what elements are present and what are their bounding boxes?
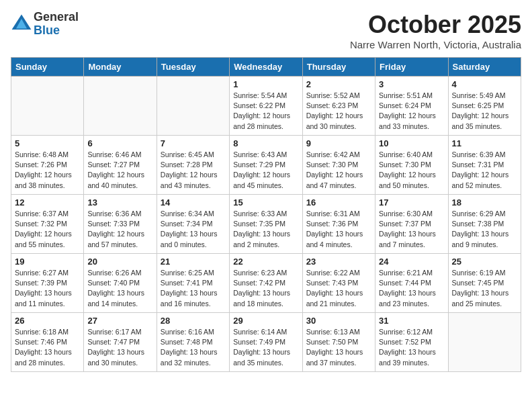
day-info: Sunrise: 6:37 AM Sunset: 7:32 PM Dayligh…: [15, 209, 80, 250]
day-info: Sunrise: 6:27 AM Sunset: 7:39 PM Dayligh…: [15, 268, 80, 309]
day-number: 26: [15, 316, 80, 326]
logo-general: General: [34, 11, 79, 24]
calendar-cell: 8Sunrise: 6:43 AM Sunset: 7:29 PM Daylig…: [230, 136, 302, 195]
day-number: 31: [379, 316, 444, 326]
calendar-cell: 7Sunrise: 6:45 AM Sunset: 7:28 PM Daylig…: [157, 136, 229, 195]
day-info: Sunrise: 5:49 AM Sunset: 6:25 PM Dayligh…: [452, 91, 517, 132]
day-number: 20: [87, 257, 152, 267]
calendar-cell: 2Sunrise: 5:52 AM Sunset: 6:23 PM Daylig…: [302, 77, 375, 136]
day-info: Sunrise: 6:22 AM Sunset: 7:43 PM Dayligh…: [306, 268, 371, 309]
calendar-week-row: 5Sunrise: 6:48 AM Sunset: 7:26 PM Daylig…: [11, 136, 521, 195]
calendar-cell: 28Sunrise: 6:16 AM Sunset: 7:48 PM Dayli…: [157, 313, 229, 372]
day-number: 1: [233, 79, 298, 89]
weekday-header: Saturday: [448, 58, 521, 77]
calendar-cell: 10Sunrise: 6:40 AM Sunset: 7:30 PM Dayli…: [375, 136, 448, 195]
calendar-cell: 23Sunrise: 6:22 AM Sunset: 7:43 PM Dayli…: [302, 254, 375, 313]
weekday-header: Friday: [375, 58, 448, 77]
day-number: 21: [161, 257, 226, 267]
day-info: Sunrise: 6:30 AM Sunset: 7:37 PM Dayligh…: [379, 209, 444, 250]
day-number: 22: [233, 257, 298, 267]
calendar-cell: 3Sunrise: 5:51 AM Sunset: 6:24 PM Daylig…: [375, 77, 448, 136]
day-number: 5: [15, 138, 80, 148]
day-info: Sunrise: 6:18 AM Sunset: 7:46 PM Dayligh…: [15, 327, 80, 368]
weekday-header: Sunday: [11, 58, 84, 77]
month-title: October 2025: [350, 11, 521, 39]
calendar-cell: 19Sunrise: 6:27 AM Sunset: 7:39 PM Dayli…: [11, 254, 84, 313]
calendar-week-row: 1Sunrise: 5:54 AM Sunset: 6:22 PM Daylig…: [11, 77, 521, 136]
logo: General Blue: [11, 11, 79, 38]
calendar-cell: 9Sunrise: 6:42 AM Sunset: 7:30 PM Daylig…: [302, 136, 375, 195]
day-info: Sunrise: 6:34 AM Sunset: 7:34 PM Dayligh…: [161, 209, 226, 250]
calendar-cell: 11Sunrise: 6:39 AM Sunset: 7:31 PM Dayli…: [448, 136, 521, 195]
day-info: Sunrise: 6:12 AM Sunset: 7:52 PM Dayligh…: [379, 327, 444, 368]
calendar-week-row: 26Sunrise: 6:18 AM Sunset: 7:46 PM Dayli…: [11, 313, 521, 372]
weekday-header: Tuesday: [157, 58, 229, 77]
day-number: 7: [161, 138, 226, 148]
calendar-cell: 5Sunrise: 6:48 AM Sunset: 7:26 PM Daylig…: [11, 136, 84, 195]
calendar-cell: [448, 313, 521, 372]
day-number: 18: [452, 197, 517, 208]
day-number: 10: [379, 138, 444, 148]
logo-blue: Blue: [34, 24, 79, 38]
day-info: Sunrise: 6:17 AM Sunset: 7:47 PM Dayligh…: [87, 327, 152, 368]
calendar-cell: 17Sunrise: 6:30 AM Sunset: 7:37 PM Dayli…: [375, 195, 448, 254]
calendar-cell: 31Sunrise: 6:12 AM Sunset: 7:52 PM Dayli…: [375, 313, 448, 372]
day-number: 8: [233, 138, 298, 148]
day-info: Sunrise: 6:43 AM Sunset: 7:29 PM Dayligh…: [233, 150, 298, 191]
day-info: Sunrise: 6:21 AM Sunset: 7:44 PM Dayligh…: [379, 268, 444, 309]
day-info: Sunrise: 5:52 AM Sunset: 6:23 PM Dayligh…: [306, 91, 371, 132]
day-number: 4: [452, 79, 517, 89]
calendar-table: SundayMondayTuesdayWednesdayThursdayFrid…: [11, 57, 521, 372]
day-info: Sunrise: 5:54 AM Sunset: 6:22 PM Dayligh…: [233, 91, 298, 132]
calendar-cell: 21Sunrise: 6:25 AM Sunset: 7:41 PM Dayli…: [157, 254, 229, 313]
day-info: Sunrise: 6:48 AM Sunset: 7:26 PM Dayligh…: [15, 150, 80, 191]
calendar-cell: 26Sunrise: 6:18 AM Sunset: 7:46 PM Dayli…: [11, 313, 84, 372]
day-info: Sunrise: 6:40 AM Sunset: 7:30 PM Dayligh…: [379, 150, 444, 191]
day-number: 14: [161, 197, 226, 208]
day-number: 3: [379, 79, 444, 89]
weekday-header: Monday: [84, 58, 157, 77]
day-info: Sunrise: 6:33 AM Sunset: 7:35 PM Dayligh…: [233, 209, 298, 250]
header: General Blue October 2025 Narre Warren N…: [11, 11, 521, 50]
logo-icon: [11, 13, 32, 35]
calendar-cell: 30Sunrise: 6:13 AM Sunset: 7:50 PM Dayli…: [302, 313, 375, 372]
day-number: 2: [306, 79, 371, 89]
day-number: 30: [306, 316, 371, 326]
day-number: 25: [452, 257, 517, 267]
day-number: 15: [233, 197, 298, 208]
calendar-cell: 22Sunrise: 6:23 AM Sunset: 7:42 PM Dayli…: [230, 254, 302, 313]
day-info: Sunrise: 6:45 AM Sunset: 7:28 PM Dayligh…: [161, 150, 226, 191]
day-number: 12: [15, 197, 80, 208]
day-info: Sunrise: 6:36 AM Sunset: 7:33 PM Dayligh…: [87, 209, 152, 250]
day-info: Sunrise: 6:46 AM Sunset: 7:27 PM Dayligh…: [87, 150, 152, 191]
calendar-cell: 12Sunrise: 6:37 AM Sunset: 7:32 PM Dayli…: [11, 195, 84, 254]
location: Narre Warren North, Victoria, Australia: [350, 39, 521, 50]
calendar-cell: [11, 77, 84, 136]
calendar-cell: 25Sunrise: 6:19 AM Sunset: 7:45 PM Dayli…: [448, 254, 521, 313]
day-number: 19: [15, 257, 80, 267]
day-number: 16: [306, 197, 371, 208]
day-info: Sunrise: 6:16 AM Sunset: 7:48 PM Dayligh…: [161, 327, 226, 368]
calendar-cell: 4Sunrise: 5:49 AM Sunset: 6:25 PM Daylig…: [448, 77, 521, 136]
weekday-header: Thursday: [302, 58, 375, 77]
day-number: 24: [379, 257, 444, 267]
calendar-cell: [84, 77, 157, 136]
calendar-cell: 14Sunrise: 6:34 AM Sunset: 7:34 PM Dayli…: [157, 195, 229, 254]
day-info: Sunrise: 6:26 AM Sunset: 7:40 PM Dayligh…: [87, 268, 152, 309]
day-number: 29: [233, 316, 298, 326]
calendar-body: 1Sunrise: 5:54 AM Sunset: 6:22 PM Daylig…: [11, 77, 521, 372]
calendar-cell: 6Sunrise: 6:46 AM Sunset: 7:27 PM Daylig…: [84, 136, 157, 195]
calendar-week-row: 12Sunrise: 6:37 AM Sunset: 7:32 PM Dayli…: [11, 195, 521, 254]
calendar-cell: 16Sunrise: 6:31 AM Sunset: 7:36 PM Dayli…: [302, 195, 375, 254]
calendar-cell: 24Sunrise: 6:21 AM Sunset: 7:44 PM Dayli…: [375, 254, 448, 313]
day-number: 28: [161, 316, 226, 326]
calendar-cell: 29Sunrise: 6:14 AM Sunset: 7:49 PM Dayli…: [230, 313, 302, 372]
day-number: 9: [306, 138, 371, 148]
calendar-cell: 13Sunrise: 6:36 AM Sunset: 7:33 PM Dayli…: [84, 195, 157, 254]
day-info: Sunrise: 6:23 AM Sunset: 7:42 PM Dayligh…: [233, 268, 298, 309]
title-block: October 2025 Narre Warren North, Victori…: [350, 11, 521, 50]
calendar-cell: 27Sunrise: 6:17 AM Sunset: 7:47 PM Dayli…: [84, 313, 157, 372]
day-info: Sunrise: 6:29 AM Sunset: 7:38 PM Dayligh…: [452, 209, 517, 250]
logo-text: General Blue: [34, 11, 79, 38]
day-info: Sunrise: 5:51 AM Sunset: 6:24 PM Dayligh…: [379, 91, 444, 132]
